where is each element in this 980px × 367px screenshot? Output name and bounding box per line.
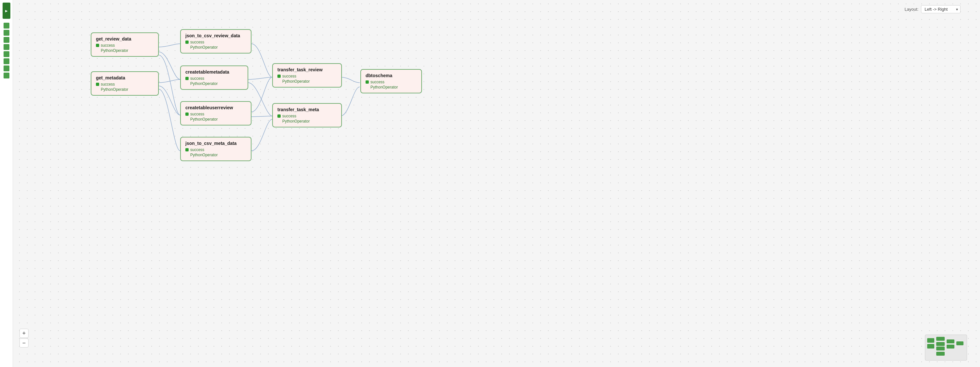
node-title: json_to_csv_review_data [185,33,246,38]
node-type: PythonOperator [190,153,246,157]
dag-canvas: get_review_data success PythonOperator g… [0,0,980,367]
node-title: dbtoschema [366,73,417,78]
node-dbtoschema[interactable]: dbtoschema success PythonOperator [360,69,422,93]
node-type: PythonOperator [190,81,243,86]
node-type: PythonOperator [282,119,337,123]
node-type: PythonOperator [101,48,154,53]
node-title: get_review_data [96,36,154,41]
sidebar-item[interactable] [3,58,10,64]
svg-rect-7 [947,345,955,348]
node-status: success [277,114,337,118]
node-createtablemetadata[interactable]: createtablemetadata success PythonOperat… [180,65,248,90]
sidebar-item[interactable] [3,51,10,57]
node-status: success [96,82,154,86]
node-title: transfer_task_meta [277,107,337,112]
zoom-in-button[interactable]: + [19,329,29,338]
node-type: PythonOperator [101,87,154,92]
svg-rect-2 [936,337,945,341]
node-createtableuserreview[interactable]: createtableuserreview success PythonOper… [180,101,251,126]
zoom-out-button[interactable]: − [19,338,29,348]
node-type: PythonOperator [190,117,246,121]
node-title: createtableuserreview [185,105,246,110]
node-status: success [366,80,417,84]
sidebar-item[interactable] [3,73,10,78]
status-dot [366,80,369,84]
sidebar-item[interactable] [3,65,10,71]
node-get-metadata[interactable]: get_metadata success PythonOperator [91,71,159,96]
sidebar-item[interactable] [3,23,10,29]
status-dot [277,75,281,78]
node-json-to-csv-review-data[interactable]: json_to_csv_review_data success PythonOp… [180,29,251,54]
sidebar-logo [3,3,10,19]
sidebar-item[interactable] [3,44,10,50]
node-status: success [277,74,337,78]
node-type: PythonOperator [282,79,337,84]
status-dot [185,148,189,152]
layout-control: Layout: Left -> Right Top -> Bottom [905,5,961,13]
svg-rect-1 [927,344,934,348]
status-dot [96,44,99,47]
node-transfer-task-meta[interactable]: transfer_task_meta success PythonOperato… [272,103,342,128]
node-title: get_metadata [96,75,154,80]
sidebar-item[interactable] [3,30,10,36]
zoom-controls: + − [19,329,29,348]
minimap [925,335,967,361]
node-status: success [185,40,246,45]
node-get-review-data[interactable]: get_review_data success PythonOperator [91,32,159,57]
node-title: json_to_csv_meta_data [185,141,246,146]
svg-rect-4 [936,346,945,351]
node-json-to-csv-meta-data[interactable]: json_to_csv_meta_data success PythonOper… [180,137,251,161]
status-dot [185,40,189,44]
sidebar [0,0,13,367]
node-type: PythonOperator [371,85,417,89]
svg-rect-3 [936,342,945,346]
node-title: createtablemetadata [185,69,243,75]
node-title: transfer_task_review [277,67,337,72]
node-status: success [185,112,246,116]
node-type: PythonOperator [190,45,246,49]
layout-select[interactable]: Left -> Right Top -> Bottom [921,5,961,13]
layout-label: Layout: [905,7,918,12]
node-status: success [185,76,243,81]
status-dot [185,77,189,80]
node-status: success [96,43,154,48]
node-transfer-task-review[interactable]: transfer_task_review success PythonOpera… [272,63,342,88]
minimap-svg [925,335,967,361]
svg-rect-5 [936,352,945,356]
status-dot [277,115,281,118]
status-dot [185,113,189,116]
node-status: success [185,147,246,152]
status-dot [96,83,99,86]
svg-rect-6 [947,340,955,343]
sidebar-item[interactable] [3,37,10,43]
svg-rect-0 [927,338,934,343]
svg-rect-8 [956,341,964,345]
